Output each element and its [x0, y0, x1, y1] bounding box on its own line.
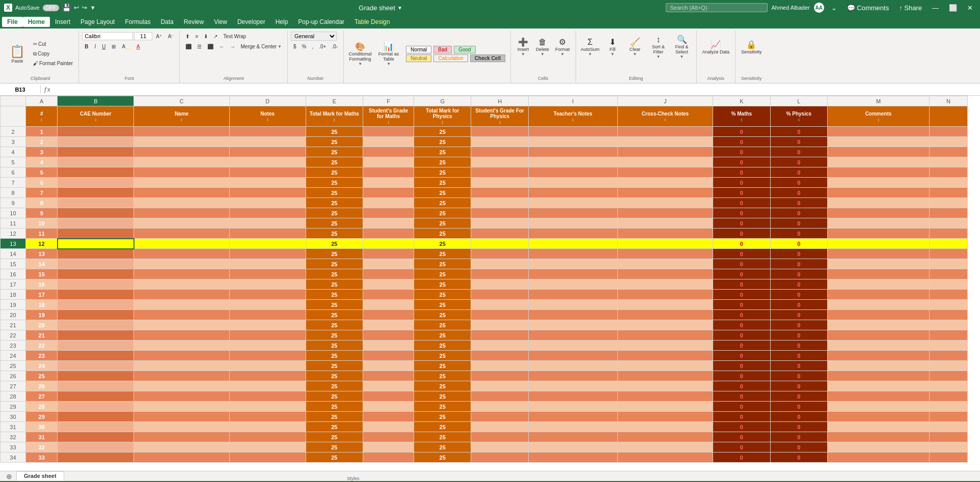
cell-row-num[interactable]: 1 — [25, 127, 57, 137]
cell-crosscheck[interactable] — [617, 371, 713, 381]
cell-grade-maths[interactable] — [363, 402, 414, 412]
cell-total-physics[interactable]: 25 — [414, 218, 471, 229]
col-D-header[interactable]: D — [229, 96, 306, 106]
cell-row-num[interactable]: 12 — [25, 239, 57, 249]
cell-pct-maths[interactable]: 0 — [713, 412, 770, 422]
cell-notes[interactable] — [229, 361, 306, 371]
cell-pct-maths[interactable]: 0 — [713, 351, 770, 361]
cell-name[interactable] — [134, 157, 229, 167]
cell-pct-maths[interactable]: 0 — [713, 330, 770, 341]
cell-grade-physics[interactable] — [471, 452, 528, 463]
align-right-btn[interactable]: ⬛ — [205, 42, 216, 51]
cell-teacher-notes[interactable] — [528, 452, 617, 463]
cell-name[interactable] — [134, 249, 229, 259]
cell-teacher-notes[interactable] — [528, 229, 617, 239]
cell-row-num[interactable]: 16 — [25, 279, 57, 290]
cell-cae[interactable] — [58, 341, 134, 351]
neutral-style-btn[interactable]: Neutral — [406, 54, 431, 62]
cell-total-physics[interactable]: 25 — [414, 259, 471, 269]
cell-notes[interactable] — [229, 167, 306, 178]
cell-crosscheck[interactable] — [617, 432, 713, 442]
cell-pct-maths[interactable]: 0 — [713, 188, 770, 198]
cell-cae[interactable] — [58, 279, 134, 290]
cell-cae[interactable] — [58, 157, 134, 167]
cell-grade-maths[interactable] — [363, 320, 414, 330]
cell-teacher-notes[interactable] — [528, 218, 617, 229]
merge-center-btn[interactable]: Merge & Center ▼ — [238, 42, 284, 51]
fill-btn[interactable]: ⬇ Fill ▼ — [603, 32, 623, 62]
cell-pct-physics[interactable]: 0 — [770, 351, 827, 361]
cell-n[interactable] — [929, 208, 967, 218]
cell-crosscheck[interactable] — [617, 412, 713, 422]
cell-teacher-notes[interactable] — [528, 391, 617, 402]
cell-notes[interactable] — [229, 198, 306, 208]
cell-teacher-notes[interactable] — [528, 188, 617, 198]
cell-teacher-notes[interactable] — [528, 249, 617, 259]
conditional-formatting-btn[interactable]: 🎨 Conditional Formatting ▼ — [347, 36, 373, 72]
italic-btn[interactable]: I — [92, 42, 98, 51]
cell-grade-physics[interactable] — [471, 167, 528, 178]
cell-teacher-notes[interactable] — [528, 127, 617, 137]
col-F-header[interactable]: F — [363, 96, 414, 106]
cell-name[interactable] — [134, 351, 229, 361]
col-H-header[interactable]: H — [471, 96, 528, 106]
cell-name[interactable] — [134, 218, 229, 229]
cell-total-physics[interactable]: 25 — [414, 127, 471, 137]
cell-grade-maths[interactable] — [363, 229, 414, 239]
align-middle-btn[interactable]: ≡ — [193, 32, 201, 41]
cell-crosscheck[interactable] — [617, 269, 713, 279]
cell-pct-physics[interactable]: 0 — [770, 269, 827, 279]
cell-notes[interactable] — [229, 391, 306, 402]
cell-total-physics[interactable]: 25 — [414, 361, 471, 371]
good-style-btn[interactable]: Good — [454, 46, 475, 53]
cell-cae[interactable] — [58, 178, 134, 188]
cell-row-num[interactable]: 18 — [25, 300, 57, 310]
cell-notes[interactable] — [229, 330, 306, 341]
cell-name[interactable] — [134, 178, 229, 188]
cell-grade-physics[interactable] — [471, 330, 528, 341]
file-dropdown-icon[interactable]: ▼ — [397, 5, 402, 11]
cell-total-maths[interactable]: 25 — [306, 402, 363, 412]
cell-cae[interactable] — [58, 188, 134, 198]
cell-row-num[interactable]: 31 — [25, 432, 57, 442]
cell-crosscheck[interactable] — [617, 320, 713, 330]
cell-notes[interactable] — [229, 341, 306, 351]
cell-total-physics[interactable]: 25 — [414, 402, 471, 412]
cell-teacher-notes[interactable] — [528, 422, 617, 432]
menu-popup-calendar[interactable]: Pop-up Calendar — [293, 17, 349, 27]
cell-crosscheck[interactable] — [617, 229, 713, 239]
cell-pct-maths[interactable]: 0 — [713, 147, 770, 157]
cell-teacher-notes[interactable] — [528, 259, 617, 269]
cell-grade-maths[interactable] — [363, 249, 414, 259]
cell-grade-maths[interactable] — [363, 279, 414, 290]
customize-icon[interactable]: ▼ — [90, 5, 96, 11]
cell-total-maths[interactable]: 25 — [306, 452, 363, 463]
cell-crosscheck[interactable] — [617, 310, 713, 320]
cell-crosscheck[interactable] — [617, 279, 713, 290]
cell-name[interactable] — [134, 320, 229, 330]
font-name-input[interactable] — [82, 32, 133, 40]
cell-grade-maths[interactable] — [363, 239, 414, 249]
cell-n[interactable] — [929, 330, 967, 341]
cell-grade-physics[interactable] — [471, 320, 528, 330]
cell-row-num[interactable]: 4 — [25, 157, 57, 167]
autosum-btn[interactable]: Σ AutoSum ▼ — [579, 32, 602, 62]
menu-file[interactable]: File — [2, 17, 23, 27]
cell-teacher-notes[interactable] — [528, 381, 617, 391]
menu-formulas[interactable]: Formulas — [120, 17, 155, 27]
cell-cae[interactable] — [58, 147, 134, 157]
cell-cae[interactable] — [58, 229, 134, 239]
fill-color-btn[interactable]: A▁ — [119, 42, 133, 51]
cell-total-maths[interactable]: 25 — [306, 249, 363, 259]
cell-name[interactable] — [134, 208, 229, 218]
cell-crosscheck[interactable] — [617, 147, 713, 157]
cell-cae[interactable] — [58, 208, 134, 218]
cell-total-maths[interactable]: 25 — [306, 167, 363, 178]
cell-comments[interactable] — [828, 452, 930, 463]
cell-grade-physics[interactable] — [471, 279, 528, 290]
cell-comments[interactable] — [828, 310, 930, 320]
cell-name[interactable] — [134, 381, 229, 391]
cell-n[interactable] — [929, 279, 967, 290]
cell-crosscheck[interactable] — [617, 167, 713, 178]
decrease-indent-btn[interactable]: ← — [216, 42, 227, 51]
